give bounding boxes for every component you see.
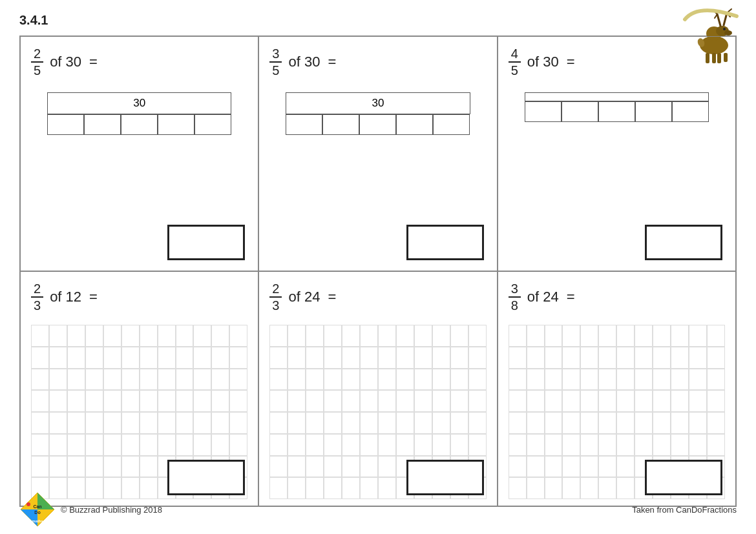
bar-segment-2-3 <box>396 114 433 135</box>
bar-2: 30 <box>286 92 470 135</box>
svg-point-4 <box>723 28 726 30</box>
grid-cell-small <box>580 390 598 412</box>
bar-segment-3-0 <box>525 101 562 122</box>
bar-bottom-2 <box>286 114 470 135</box>
grid-cell-small <box>360 412 378 434</box>
grid-cell-small <box>653 369 671 391</box>
answer-box-5[interactable] <box>406 460 484 495</box>
bar-segment-3-4 <box>672 101 709 122</box>
grid-cell-small <box>527 456 545 478</box>
grid-cell-small <box>324 325 342 347</box>
grid-cell-small <box>176 369 194 391</box>
grid-cell-small <box>49 412 67 434</box>
grid-cell-small <box>342 390 360 412</box>
grid-cell-small <box>468 434 487 456</box>
grid-cell-small <box>121 434 140 456</box>
grid-cell-small <box>158 434 176 456</box>
answer-box-4[interactable] <box>167 460 245 495</box>
svg-line-5 <box>717 14 720 26</box>
grid-cell-small <box>580 412 598 434</box>
grid-cell-small <box>121 325 140 347</box>
grid-cell-small <box>103 347 121 369</box>
grid-cell-small <box>103 325 121 347</box>
grid-cell-small <box>653 412 671 434</box>
grid-cell-small <box>31 412 49 434</box>
grid-cell-small <box>509 325 527 347</box>
grid-cell-small <box>689 390 707 412</box>
grid-cell-small <box>193 412 211 434</box>
answer-box-2[interactable] <box>406 225 484 260</box>
grid-cell-small <box>378 456 396 478</box>
bar-segment-1-2 <box>121 114 158 135</box>
grid-cell-small <box>85 390 103 412</box>
grid-cell-small <box>545 434 563 456</box>
grid-cell-small <box>211 325 229 347</box>
grid-cell-small <box>140 347 158 369</box>
grid-cell-small <box>450 347 468 369</box>
denominator-2: 5 <box>269 63 282 78</box>
grid-cell-small <box>671 434 689 456</box>
cando-logo: Can Do maths <box>19 491 56 528</box>
grid-cell-small <box>450 412 468 434</box>
grid-cell-small <box>598 456 616 478</box>
grid-cell-small <box>598 412 616 434</box>
grid-cell-small <box>468 347 487 369</box>
grid-cell-small <box>689 369 707 391</box>
grid-cell-small <box>635 434 653 456</box>
grid-cell-small <box>229 434 247 456</box>
grid-cell-small <box>509 347 527 369</box>
grid-cell-small <box>635 325 653 347</box>
bar-segment-3-2 <box>598 101 635 122</box>
grid-cell-small <box>103 456 121 478</box>
grid-cell-small <box>545 456 563 478</box>
grid-cell-small <box>378 347 396 369</box>
grid-cell-small <box>396 412 414 434</box>
grid-cell-small <box>527 434 545 456</box>
grid-cell-small <box>85 347 103 369</box>
answer-box-6[interactable] <box>645 460 722 495</box>
grid-cell-small <box>396 369 414 391</box>
grid-cell-small <box>288 369 306 391</box>
grid-cell-small <box>342 347 360 369</box>
grid-cell-small <box>31 369 49 391</box>
grid-cell-small <box>396 325 414 347</box>
grid-cell-small <box>85 369 103 391</box>
grid-cell-small <box>269 369 288 391</box>
grid-cell-small <box>432 347 450 369</box>
grid-cell-small <box>707 369 725 391</box>
fraction-4: 23 <box>31 281 43 313</box>
grid-cell-small <box>229 412 247 434</box>
grid-cell-small <box>580 347 598 369</box>
grid-cell-small <box>269 434 288 456</box>
grid-cell-small <box>396 347 414 369</box>
grid-cell-small <box>158 369 176 391</box>
grid-cell-small <box>562 369 580 391</box>
grid-cell-small <box>85 412 103 434</box>
bar-segment-1-0 <box>47 114 84 135</box>
bar-segment-1-3 <box>158 114 194 135</box>
denominator-5: 3 <box>269 298 282 313</box>
grid-cell-small <box>562 325 580 347</box>
bar-segment-2-2 <box>359 114 396 135</box>
grid-cell-small <box>432 434 450 456</box>
grid-cell-small <box>229 369 247 391</box>
bar-bottom-3 <box>525 101 709 122</box>
answer-box-1[interactable] <box>167 225 245 260</box>
fraction-2: 35 <box>269 46 282 78</box>
grid-cell-small <box>288 456 306 478</box>
grid-cell-small <box>211 434 229 456</box>
grid-cell-small <box>193 369 211 391</box>
problem-grid: 25of 30=3035of 30=3045of 30=23of 12=23of… <box>19 36 737 507</box>
denominator-3: 5 <box>509 63 521 78</box>
numerator-5: 2 <box>269 281 282 298</box>
grid-cell-small <box>635 412 653 434</box>
fraction-6: 38 <box>509 281 521 313</box>
grid-cell-small <box>193 325 211 347</box>
grid-cell-small <box>31 390 49 412</box>
grid-cell-small <box>580 434 598 456</box>
grid-cell-small <box>450 390 468 412</box>
grid-cell-small <box>432 325 450 347</box>
answer-box-3[interactable] <box>645 225 722 260</box>
grid-cell-small <box>707 434 725 456</box>
grid-cell-small <box>121 412 140 434</box>
